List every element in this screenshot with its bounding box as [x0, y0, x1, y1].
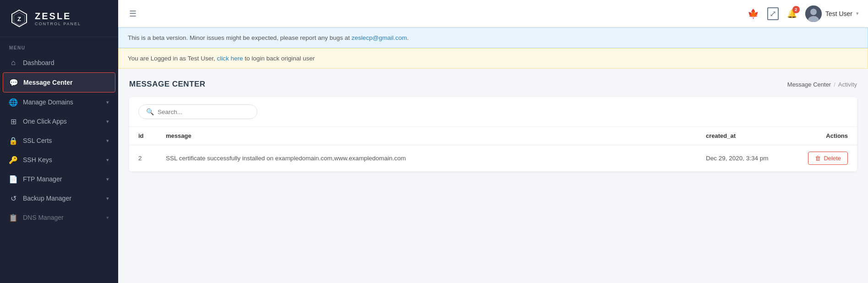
- zesle-logo-icon: Z: [9, 8, 29, 28]
- chevron-down-icon-dns: ▾: [106, 215, 109, 221]
- chevron-down-icon-oca: ▾: [106, 119, 109, 125]
- beta-alert-email-link[interactable]: zeslecp@gmail.com: [352, 34, 407, 41]
- col-header-message: message: [157, 127, 697, 145]
- home-icon: ⌂: [9, 59, 17, 67]
- beta-alert-text-after: .: [407, 34, 409, 41]
- topbar: ☰ 🍁 ⤢ 🔔 2 Test User ▾: [118, 0, 868, 27]
- topbar-username: Test User: [825, 10, 852, 17]
- chevron-down-icon-ftp: ▾: [106, 176, 109, 182]
- delete-button[interactable]: 🗑 Delete: [808, 152, 848, 165]
- search-icon: 🔍: [146, 108, 154, 115]
- notification-badge: 2: [792, 6, 800, 13]
- sidebar-item-ftp-manager[interactable]: 📄 FTP Manager ▾: [0, 169, 118, 189]
- breadcrumb: Message Center / Activity: [787, 81, 857, 88]
- col-header-actions: Actions: [797, 127, 857, 145]
- hamburger-menu-button[interactable]: ☰: [127, 7, 138, 21]
- sidebar-item-dashboard[interactable]: ⌂ Dashboard: [0, 53, 118, 72]
- breadcrumb-parent-link[interactable]: Message Center: [787, 81, 831, 88]
- cell-id: 2: [129, 145, 157, 172]
- breadcrumb-separator: /: [834, 81, 835, 88]
- svg-text:Z: Z: [17, 16, 21, 22]
- col-header-created-at: created_at: [697, 127, 797, 145]
- dns-icon: 📋: [9, 213, 17, 222]
- messages-table: id message created_at Actions 2 SSL cert…: [129, 127, 857, 172]
- cell-created-at: Dec 29, 2020, 3:34 pm: [697, 145, 797, 172]
- user-menu-chevron-icon: ▾: [856, 11, 859, 16]
- table-header-row: id message created_at Actions: [129, 127, 857, 145]
- warning-alert: You are Logged in as Test User, click he…: [118, 48, 868, 69]
- sidebar-item-message-center[interactable]: 💬 Message Center: [3, 72, 115, 93]
- page-content: MESSAGE CENTER Message Center / Activity…: [118, 69, 868, 172]
- wordpress-icon: ⊞: [9, 117, 17, 125]
- chevron-down-icon-backup: ▾: [106, 196, 109, 201]
- maple-leaf-icon[interactable]: 🍁: [748, 8, 759, 19]
- notification-bell-icon[interactable]: 🔔 2: [787, 9, 797, 19]
- globe-icon: 🌐: [9, 98, 17, 106]
- cell-actions: 🗑 Delete: [797, 145, 857, 172]
- warning-text-after: to login back original user: [243, 55, 315, 62]
- sidebar-item-label-dashboard: Dashboard: [23, 59, 109, 66]
- main-area: ☰ 🍁 ⤢ 🔔 2 Test User ▾: [118, 0, 868, 283]
- sidebar-item-label-ssl-certs: SSL Certs: [23, 137, 101, 144]
- col-header-id: id: [129, 127, 157, 145]
- menu-label: MENU: [0, 37, 118, 53]
- sidebar-item-label-dns-manager: DNS Manager: [23, 214, 101, 221]
- sidebar-item-ssl-certs[interactable]: 🔒 SSL Certs ▾: [0, 131, 118, 150]
- topbar-icons: 🍁 ⤢ 🔔 2 Test User ▾: [748, 5, 859, 22]
- sidebar-logo: Z ZESLE CONTROL PANEL: [0, 0, 118, 37]
- message-table-card: 🔍 id message created_at Actions: [129, 97, 857, 172]
- page-header: MESSAGE CENTER Message Center / Activity: [129, 80, 857, 89]
- breadcrumb-current: Activity: [838, 81, 857, 88]
- sidebar-item-label-manage-domains: Manage Domains: [23, 98, 101, 106]
- history-icon: ↺: [9, 194, 17, 202]
- delete-label: Delete: [824, 155, 841, 162]
- sidebar-item-ssh-keys[interactable]: 🔑 SSH Keys ▾: [0, 150, 118, 169]
- sidebar: Z ZESLE CONTROL PANEL MENU ⌂ Dashboard 💬…: [0, 0, 118, 283]
- search-input[interactable]: [158, 109, 250, 115]
- search-input-wrap: 🔍: [138, 104, 257, 119]
- warning-text-before: You are Logged in as Test User,: [128, 55, 217, 62]
- chevron-down-icon-ssh: ▾: [106, 157, 109, 163]
- logo-subtitle: CONTROL PANEL: [35, 22, 81, 26]
- sidebar-item-dns-manager[interactable]: 📋 DNS Manager ▾: [0, 208, 118, 227]
- chevron-down-icon: ▾: [106, 99, 109, 105]
- beta-alert-text-before: This is a beta version. Minor issues mig…: [128, 34, 352, 41]
- user-avatar-image: [805, 5, 822, 22]
- lock-icon: 🔒: [9, 136, 17, 145]
- chat-icon: 💬: [10, 78, 18, 87]
- table-row: 2 SSL certificate successfully installed…: [129, 145, 857, 172]
- file-icon: 📄: [9, 175, 17, 183]
- click-here-link[interactable]: click here: [217, 55, 243, 62]
- sidebar-item-manage-domains[interactable]: 🌐 Manage Domains ▾: [0, 93, 118, 112]
- sidebar-item-label-backup-manager: Backup Manager: [23, 195, 101, 202]
- search-bar: 🔍: [129, 97, 857, 127]
- logo-title: ZESLE: [35, 11, 81, 22]
- sidebar-item-label-ssh-keys: SSH Keys: [23, 156, 101, 163]
- sidebar-item-one-click-apps[interactable]: ⊞ One Click Apps ▾: [0, 112, 118, 131]
- trash-icon: 🗑: [815, 155, 821, 162]
- avatar: [805, 5, 822, 22]
- key-icon: 🔑: [9, 156, 17, 164]
- sidebar-item-label-one-click-apps: One Click Apps: [23, 118, 101, 125]
- sidebar-item-backup-manager[interactable]: ↺ Backup Manager ▾: [0, 189, 118, 208]
- svg-point-4: [810, 9, 817, 15]
- chevron-down-icon-ssl: ▾: [106, 138, 109, 144]
- fullscreen-icon[interactable]: ⤢: [767, 7, 779, 20]
- sidebar-item-label-ftp-manager: FTP Manager: [23, 175, 101, 183]
- logo-text-block: ZESLE CONTROL PANEL: [35, 11, 81, 26]
- user-menu-button[interactable]: Test User ▾: [805, 5, 859, 22]
- beta-alert: This is a beta version. Minor issues mig…: [118, 27, 868, 48]
- sidebar-item-label-message-center: Message Center: [23, 79, 109, 86]
- cell-message: SSL certificate successfully installed o…: [157, 145, 697, 172]
- content-area: This is a beta version. Minor issues mig…: [118, 27, 868, 283]
- page-title: MESSAGE CENTER: [129, 80, 206, 89]
